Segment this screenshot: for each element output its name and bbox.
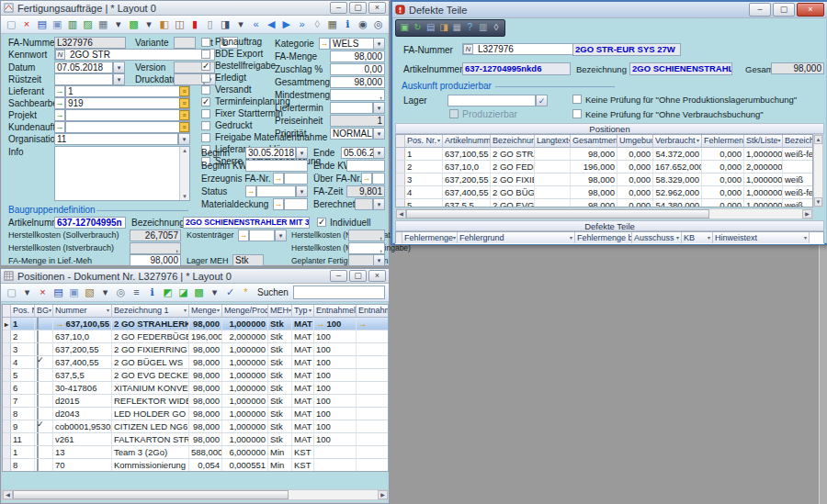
header-typ[interactable]: Typ▾ — [292, 305, 314, 318]
print-icon[interactable]: ▦ — [96, 17, 110, 31]
new-dd-icon[interactable]: ▾ — [20, 286, 34, 299]
scroll-right-button[interactable]: ▶ — [378, 490, 388, 499]
variante-field[interactable] — [174, 37, 196, 49]
print-dd-icon[interactable]: ▾ — [111, 17, 125, 31]
flag-checkbox[interactable] — [201, 109, 210, 118]
datum-field[interactable]: 07.05.2018 — [54, 62, 113, 73]
mail-icon[interactable]: ◧ — [157, 17, 171, 31]
flag-checkbox[interactable] — [201, 85, 210, 95]
print2-icon[interactable]: ▥ — [478, 21, 489, 35]
info-scrollbar[interactable]: ▲▼ — [179, 147, 189, 200]
prioritaet-field[interactable]: NORMAL — [330, 128, 373, 140]
search-next-icon[interactable]: ◎ — [371, 17, 385, 31]
highlight-icon[interactable]: * — [239, 286, 253, 299]
kennwort-field[interactable]: 2GO STR — [54, 49, 215, 61]
erzeugnis-fa-field[interactable] — [284, 173, 308, 185]
keine-pruefung-2-checkbox[interactable] — [572, 109, 582, 118]
clipboard-icon[interactable]: ▯ — [203, 17, 217, 31]
keine-pruefung-1-checkbox[interactable] — [572, 95, 582, 104]
close-button[interactable]: × — [797, 3, 824, 17]
beginn-field[interactable]: 30.05.2018 — [245, 147, 296, 159]
ruestzeit-dropdown[interactable]: ▾ — [113, 73, 125, 85]
flag-checkbox[interactable] — [201, 97, 210, 106]
bg-checkbox[interactable] — [37, 356, 39, 368]
print-icon[interactable]: ▦ — [451, 21, 462, 35]
lieferant-catalog-icon[interactable]: ≡ — [179, 86, 189, 96]
mindestmenge-field[interactable]: , — [330, 89, 385, 101]
kostentraeger-field[interactable] — [249, 230, 275, 241]
status-lookup-icon[interactable]: → — [245, 185, 256, 197]
status-field[interactable] — [256, 185, 296, 197]
minimize-button[interactable]: – — [330, 2, 347, 14]
header-bg[interactable]: BG▾ — [35, 305, 53, 318]
header-pos-nr[interactable]: Pos. Nr.▾ — [405, 135, 443, 148]
header-meh[interactable]: MEH▾ — [268, 305, 292, 318]
table-row[interactable]: 2 637,10,0 2 GO FEDERBÜGEL 196,000 2,000… — [3, 330, 389, 343]
gepl-beginn-dropdown[interactable]: ▾ — [373, 254, 385, 266]
minimize-button[interactable]: – — [749, 3, 771, 17]
lieferant-field[interactable]: 1 — [65, 85, 190, 97]
header-artikelnummer[interactable]: Artikelnummer▾ — [443, 135, 491, 148]
bg-checkbox[interactable] — [37, 318, 39, 330]
info-icon[interactable]: ℹ — [341, 17, 355, 31]
flag-checkbox[interactable] — [201, 62, 210, 71]
list-icon[interactable]: ≡ — [130, 286, 143, 299]
fa-nummer-field[interactable]: L327976 — [462, 43, 589, 55]
ueber-fa-lookup-icon[interactable]: → — [361, 173, 372, 185]
projekt-field[interactable] — [65, 109, 190, 121]
sachbearbeiter-catalog-icon[interactable]: ≡ — [179, 98, 189, 108]
header-verbraucht[interactable]: Verbraucht▾ — [653, 135, 702, 148]
move-up-icon[interactable]: ◩ — [161, 286, 175, 299]
hk-man-field[interactable]: , — [348, 242, 385, 254]
kundenauftrag-lookup-icon[interactable]: → — [54, 121, 65, 133]
header-nummer[interactable]: Nummer▾ — [53, 305, 112, 318]
nav-last-icon[interactable]: » — [295, 17, 309, 31]
lager-meh-field[interactable]: Stk — [232, 254, 264, 266]
table-row[interactable]: 9 cob0001,9530p CITIZEN LED NG6 CLU038 9… — [3, 420, 389, 433]
save-icon[interactable]: ▤ — [51, 286, 65, 299]
bg-checkbox[interactable] — [37, 395, 39, 407]
maximize-button[interactable]: ▢ — [773, 3, 795, 17]
save-icon[interactable]: ▤ — [425, 21, 436, 35]
lager-field[interactable] — [447, 95, 536, 106]
save-icon[interactable]: ▤ — [35, 17, 49, 31]
status-dropdown[interactable]: ▾ — [296, 185, 308, 197]
note-icon[interactable]: N — [463, 44, 473, 54]
berechnet-field[interactable] — [355, 198, 373, 210]
copy-icon[interactable]: ▣ — [67, 286, 81, 299]
gesamtmenge-field[interactable]: 98,000 — [330, 76, 385, 88]
bg-checkbox[interactable] — [37, 382, 39, 394]
header-fehlergrund[interactable]: Fehlergrund▾ — [458, 232, 575, 243]
lager-check-button[interactable]: ✓ — [536, 95, 548, 106]
search-icon[interactable]: ◉ — [357, 17, 370, 31]
delete-icon[interactable]: × — [20, 17, 34, 31]
table-row[interactable]: 4 637,400,55 2 GO BÜGEL WS 98,000 1,0000… — [3, 356, 389, 369]
ruestzeit-field[interactable] — [54, 73, 113, 85]
scrollbar-thumb[interactable] — [13, 490, 289, 499]
hk-soll-field[interactable]: 26,7057 — [130, 230, 181, 241]
header-fehlermenge[interactable]: Fehlermenge▾ — [702, 135, 744, 148]
nav-next-icon[interactable]: ▶ — [280, 17, 294, 31]
preiseinheit-field[interactable]: 1 — [330, 115, 385, 127]
fa-zeit-field[interactable]: 9,801 — [346, 185, 385, 197]
alert-icon[interactable]: ▮ — [188, 17, 202, 31]
liefertermin-field[interactable] — [330, 102, 373, 114]
lieferant-lookup-icon[interactable]: → — [54, 85, 65, 97]
table-row[interactable]: 5 637,5,5 2 GO EVG DECKEL WS 98,000 1,00… — [3, 369, 389, 382]
table-row[interactable]: 6 30-417806 XITANIUM KONVERTER 98,000 1,… — [3, 382, 389, 395]
flag-row[interactable]: Freigabe Materialentnahme — [201, 131, 327, 143]
header-entnahmelager[interactable]: Entnahmelager▾ — [314, 305, 357, 318]
nav-first-icon[interactable]: « — [249, 17, 263, 31]
header-langtext[interactable]: Langtext▾ — [535, 135, 571, 148]
scroll-left-button[interactable]: ◀ — [396, 209, 406, 218]
datum-dropdown[interactable]: ▾ — [113, 62, 125, 73]
export-icon[interactable]: ▥ — [66, 17, 80, 31]
erzeugnis-lookup-icon[interactable]: → — [273, 173, 284, 185]
header-pos-nr[interactable]: Pos. Nr.▾ — [11, 305, 35, 318]
flag-checkbox[interactable] — [201, 73, 210, 83]
table-row[interactable]: 2 637,10,0 2 GO FEDERBÜG 196,000 0,000 1… — [396, 161, 813, 174]
copy-icon[interactable]: ▣ — [51, 17, 64, 31]
ende-kw-field[interactable] — [346, 160, 385, 172]
header-bezeichnung[interactable]: Bezeichnung▾ — [491, 135, 535, 148]
table-row[interactable]: 5 637,5,5 2 GO EVG DECKE 98,000 0,000 54… — [396, 199, 813, 207]
